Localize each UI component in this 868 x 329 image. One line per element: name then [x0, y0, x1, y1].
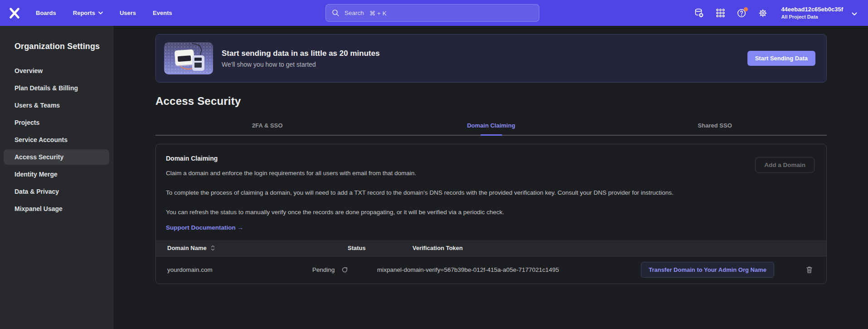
tab-2fa-sso[interactable]: 2FA & SSO [155, 118, 379, 135]
tab-domain-claiming[interactable]: Domain Claiming [379, 118, 603, 135]
search-shortcut: ⌘ + K [369, 10, 387, 17]
org-id: 44eebad12c65eb0c35f [781, 6, 843, 14]
nav-right-cluster: 44eebad12c65eb0c35f All Project Data [694, 0, 868, 26]
panel-title: Domain Claiming [166, 155, 816, 162]
column-header-label: Domain Name [167, 245, 207, 251]
access-security-tabs: 2FA & SSO Domain Claiming Shared SSO [155, 118, 827, 136]
help-icon[interactable] [737, 8, 747, 18]
search-placeholder: Search [344, 10, 364, 16]
panel-description-3: You can refresh the status to manually v… [166, 207, 687, 217]
notification-dot [744, 7, 748, 11]
nav-item-reports[interactable]: Reports [73, 10, 103, 16]
column-header-status: Status [312, 245, 377, 251]
panel-body: Domain Claiming Claim a domain and enfor… [156, 144, 826, 231]
panel-description-1: Claim a domain and enforce the login req… [166, 168, 687, 178]
nav-items: Boards Reports Users Events [36, 10, 172, 16]
column-header-domain-name: Domain Name [156, 245, 312, 251]
sidebar-item-data-privacy[interactable]: Data & Privacy [4, 184, 109, 199]
column-header-verification-token: Verification Token [377, 245, 826, 251]
nav-item-users[interactable]: Users [120, 10, 136, 16]
sidebar-item-overview[interactable]: Overview [4, 63, 109, 79]
nav-item-label: Boards [36, 10, 56, 16]
settings-sidebar: Organization Settings Overview Plan Deta… [0, 26, 113, 329]
nav-item-label: Events [153, 10, 172, 16]
banner-text: Start sending data in as little as 20 mi… [222, 49, 380, 68]
domain-name-cell: yourdomain.com [156, 266, 312, 273]
sidebar-item-plan-details-billing[interactable]: Plan Details & Billing [4, 80, 109, 96]
sidebar-item-access-security[interactable]: Access Security [4, 149, 109, 165]
top-nav: Boards Reports Users Events Search ⌘ + K [0, 0, 868, 26]
project-name: All Project Data [781, 14, 843, 20]
search-input[interactable]: Search ⌘ + K [325, 4, 539, 22]
status-badge: Pending [312, 266, 335, 273]
panel-description-2: To complete the process of claiming a do… [166, 188, 687, 198]
sort-icon[interactable] [211, 245, 215, 251]
sidebar-item-identity-merge[interactable]: Identity Merge [4, 167, 109, 182]
table-header-row: Domain Name Status Verification Token [156, 240, 826, 256]
search-icon [332, 9, 339, 17]
sidebar-list: Overview Plan Details & Billing Users & … [0, 63, 113, 216]
row-actions: Transfer Domain to Your Admin Org Name [641, 262, 826, 278]
settings-gear-icon[interactable] [758, 8, 768, 18]
status-cell: Pending [312, 266, 377, 273]
domain-claiming-panel: Add a Domain Domain Claiming Claim a dom… [155, 144, 827, 284]
sidebar-item-projects[interactable]: Projects [4, 115, 109, 130]
onboarding-banner: Start sending data in as little as 20 mi… [155, 34, 827, 83]
sidebar-item-users-teams[interactable]: Users & Teams [4, 98, 109, 113]
nav-item-label: Users [120, 10, 136, 16]
delete-domain-icon[interactable] [806, 266, 813, 274]
banner-title: Start sending data in as little as 20 mi… [222, 49, 380, 58]
domains-table: Domain Name Status Verification Token yo… [156, 240, 826, 284]
nav-item-boards[interactable]: Boards [36, 10, 56, 16]
table-row: yourdomain.com Pending mixpanel-domain-v… [156, 256, 826, 284]
nav-item-label: Reports [73, 10, 95, 16]
chevron-down-icon [98, 11, 103, 15]
apps-grid-icon[interactable] [715, 8, 725, 18]
sidebar-item-mixpanel-usage[interactable]: Mixpanel Usage [4, 201, 109, 216]
tab-shared-sso[interactable]: Shared SSO [603, 118, 827, 135]
add-domain-button[interactable]: Add a Domain [755, 157, 815, 173]
support-documentation-link[interactable]: Support Documentation → [166, 224, 243, 231]
banner-subtitle: We'll show you how to get started [222, 61, 380, 68]
main-content: Start sending data in as little as 20 mi… [113, 26, 868, 329]
verification-token-cell: mixpanel-domain-verify=567b39be-012f-415… [377, 266, 641, 273]
page-title: Access Security [155, 95, 827, 108]
chevron-down-icon[interactable] [852, 12, 857, 16]
start-sending-data-button[interactable]: Start Sending Data [747, 51, 815, 66]
sidebar-item-service-accounts[interactable]: Service Accounts [4, 132, 109, 147]
transfer-domain-button[interactable]: Transfer Domain to Your Admin Org Name [641, 262, 774, 278]
org-project-selector[interactable]: 44eebad12c65eb0c35f All Project Data [781, 6, 843, 20]
sidebar-title: Organization Settings [0, 26, 113, 51]
refresh-status-icon[interactable] [341, 266, 348, 273]
banner-illustration [164, 42, 213, 74]
mixpanel-logo-icon[interactable] [7, 5, 22, 21]
nav-item-events[interactable]: Events [153, 10, 172, 16]
data-management-icon[interactable] [694, 8, 704, 18]
